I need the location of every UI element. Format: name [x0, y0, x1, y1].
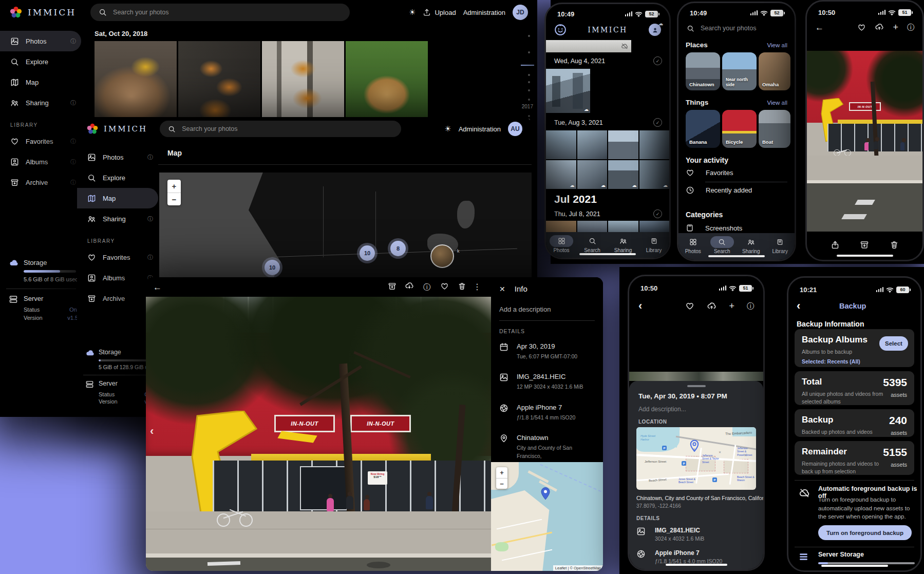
location-map[interactable]: Hyde Street Harbor Jefferson Street The …: [636, 427, 756, 490]
zoom-in-button[interactable]: +: [167, 180, 181, 193]
immich-logo[interactable]: IMMICH: [86, 123, 147, 135]
immich-logo[interactable]: IMMICH: [9, 6, 76, 19]
share-icon[interactable]: [831, 240, 840, 250]
home-indicator[interactable]: [708, 255, 765, 257]
zoom-in-button[interactable]: +: [496, 467, 507, 478]
back-icon[interactable]: [797, 300, 800, 312]
user-avatar[interactable]: JD: [513, 5, 528, 20]
nav-tab-photos[interactable]: Photos: [546, 235, 577, 258]
heart-icon[interactable]: [857, 23, 866, 32]
cloud-upload-icon[interactable]: [875, 23, 884, 32]
search-input[interactable]: Search your photos: [160, 121, 401, 137]
search-input[interactable]: Search your photos: [90, 4, 350, 21]
photo-thumbnail[interactable]: [608, 160, 638, 189]
sidebar-item-map[interactable]: Map: [77, 188, 158, 208]
select-albums-button[interactable]: Select: [879, 336, 908, 351]
archive-icon[interactable]: [860, 240, 869, 250]
description-input[interactable]: Add description...: [638, 406, 686, 413]
activity-item-favorites[interactable]: Favorites: [686, 168, 787, 177]
sidebar-item-explore[interactable]: Explore: [0, 51, 81, 72]
select-group-checkbox[interactable]: [653, 56, 662, 65]
sidebar-item-sharing[interactable]: Sharing: [77, 208, 158, 229]
sidebar-item-sharing[interactable]: Sharing: [0, 92, 81, 113]
thing-card[interactable]: Boat: [759, 110, 790, 148]
nav-tab-photos[interactable]: Photos: [678, 236, 708, 260]
search-input[interactable]: Search your photos: [678, 21, 795, 36]
photo-thumbnail[interactable]: [608, 130, 638, 159]
previous-photo-icon[interactable]: [150, 422, 154, 437]
sidebar-item-photos[interactable]: Photos: [77, 147, 158, 167]
map-attribution[interactable]: Leaflet | © OpenStreetMap: [553, 565, 603, 571]
theme-toggle-icon[interactable]: [444, 125, 451, 133]
info-icon[interactable]: [747, 302, 754, 310]
nav-tab-library[interactable]: Library: [638, 235, 669, 258]
home-indicator[interactable]: [579, 253, 636, 255]
theme-toggle-icon[interactable]: [409, 8, 416, 16]
photo-strip-partial[interactable]: [546, 40, 631, 52]
archive-button[interactable]: [383, 282, 401, 293]
photo-thumbnail[interactable]: [546, 69, 590, 113]
turn-on-foreground-backup-button[interactable]: Turn on foreground backup: [818, 525, 912, 540]
user-avatar[interactable]: ☁: [649, 24, 661, 36]
things-view-all-link[interactable]: View all: [767, 100, 787, 106]
sidebar-item-explore[interactable]: Explore: [77, 167, 158, 188]
trash-icon[interactable]: [890, 240, 899, 250]
cloud-upload-icon[interactable]: [707, 301, 716, 311]
sheet-drag-handle[interactable]: [687, 385, 706, 387]
thing-card[interactable]: Banana: [686, 110, 720, 148]
home-indicator[interactable]: [821, 565, 888, 567]
thing-card[interactable]: Bicycle: [722, 110, 757, 148]
map-photo-marker[interactable]: [430, 244, 454, 268]
photo-thumbnail[interactable]: [639, 130, 670, 159]
administration-link[interactable]: Administration: [463, 9, 505, 16]
location-mini-map[interactable]: + − Leaflet | © OpenStreetMap: [491, 462, 603, 571]
scrubber-handle[interactable]: [521, 65, 534, 66]
sidebar-item-map[interactable]: Map: [0, 72, 81, 92]
close-icon[interactable]: [499, 285, 505, 293]
favorite-button[interactable]: [436, 282, 453, 293]
home-indicator[interactable]: [837, 255, 893, 257]
home-indicator[interactable]: [666, 564, 727, 566]
user-avatar[interactable]: AU: [508, 122, 522, 136]
back-icon[interactable]: [638, 300, 642, 312]
sidebar-item-favorites[interactable]: Favorites: [0, 131, 81, 151]
info-button[interactable]: [418, 282, 436, 292]
place-card[interactable]: Chinatown: [686, 52, 720, 90]
sidebar-item-albums[interactable]: Albums: [0, 151, 81, 172]
sidebar-item-favorites[interactable]: Favorites: [77, 247, 158, 267]
administration-link[interactable]: Administration: [459, 125, 501, 133]
category-item-screenshots[interactable]: Screenshots: [686, 224, 787, 232]
photo-sliver[interactable]: [629, 372, 763, 381]
map-cluster-marker[interactable]: 10: [360, 245, 375, 261]
place-card[interactable]: Omaha: [759, 52, 790, 90]
photo-thumbnail[interactable]: [577, 160, 608, 189]
nav-tab-library[interactable]: Library: [766, 236, 795, 260]
photo-viewer-image[interactable]: IN-N-OUT: [807, 51, 922, 232]
photo-thumbnail[interactable]: [546, 130, 576, 159]
download-button[interactable]: [401, 281, 418, 293]
photo-thumbnail[interactable]: [639, 160, 670, 189]
sidebar-item-photos[interactable]: Photos: [0, 31, 81, 51]
select-group-checkbox[interactable]: [653, 118, 662, 127]
info-icon[interactable]: [907, 23, 914, 31]
select-group-checkbox[interactable]: [653, 209, 662, 218]
map-cluster-marker[interactable]: 8: [390, 241, 406, 256]
sidebar-item-archive[interactable]: Archive: [0, 172, 81, 193]
zoom-out-button[interactable]: −: [167, 193, 181, 205]
place-card[interactable]: Near north side: [722, 52, 757, 90]
photo-thumbnail[interactable]: [546, 160, 576, 189]
delete-button[interactable]: [453, 282, 470, 293]
photo-thumbnail[interactable]: [577, 130, 608, 159]
activity-item-recently-added[interactable]: Recently added: [686, 186, 787, 195]
add-icon[interactable]: [729, 301, 734, 311]
photo-viewer-image[interactable]: IN-N-OUT IN-N-OUT Now Hiring $18⁷⁵: [146, 297, 491, 571]
immich-face-icon[interactable]: [554, 24, 567, 36]
back-icon[interactable]: [153, 283, 162, 292]
more-button[interactable]: [470, 282, 484, 292]
heart-icon[interactable]: [685, 301, 694, 311]
upload-button[interactable]: Upload: [423, 8, 456, 16]
places-view-all-link[interactable]: View all: [767, 42, 787, 48]
add-icon[interactable]: [893, 23, 898, 32]
map-cluster-marker[interactable]: 10: [265, 260, 280, 275]
description-input[interactable]: Add a description: [499, 305, 595, 313]
